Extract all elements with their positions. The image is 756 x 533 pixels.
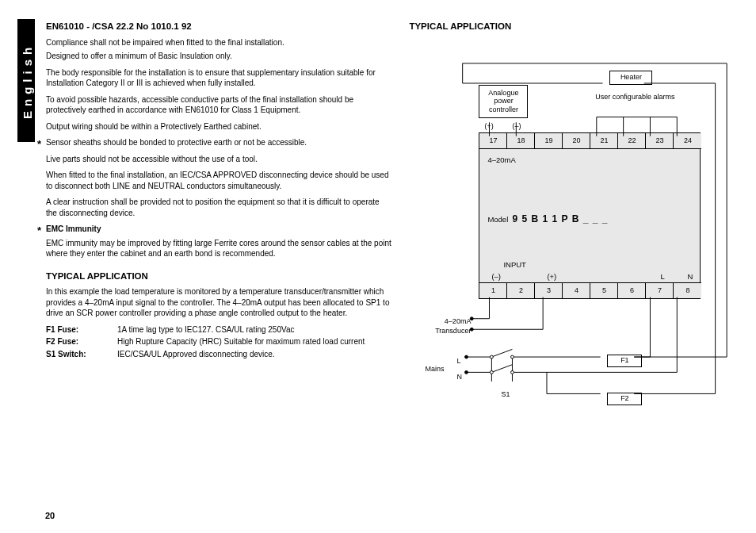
para: EMC immunity may be improved by fitting … <box>46 238 391 259</box>
mains-label: Mains <box>425 364 444 374</box>
term: 19 <box>535 133 563 149</box>
plus-label: (+) <box>484 121 493 131</box>
term: 4 <box>563 282 590 298</box>
s1-key: S1 Switch: <box>46 349 117 360</box>
f2-val: High Rupture Capacity (HRC) Suitable for… <box>117 336 391 347</box>
para: To avoid possible hazards, accessible co… <box>46 94 391 116</box>
left-column: EN61010 - /CSA 22.2 No 1010.1 92 Complia… <box>46 19 391 519</box>
heater-box: Heater <box>609 71 652 85</box>
controller-body: 17 18 19 20 21 22 23 24 4–20mA Model 9 5… <box>479 132 701 299</box>
para: Designed to offer a minimum of Basic Ins… <box>46 51 391 62</box>
top-terminals: 17 18 19 20 21 22 23 24 <box>479 133 701 149</box>
emc-heading: EMC Immunity <box>46 224 391 235</box>
right-column: TYPICAL APPLICATION Heater Analogue powe… <box>409 19 739 519</box>
bottom-terminals: 1 2 3 4 5 6 7 8 <box>479 282 701 298</box>
heading-en61010: EN61010 - /CSA 22.2 No 1010.1 92 <box>46 21 391 33</box>
out-420ma: 4–20mA <box>487 155 515 166</box>
term: 21 <box>590 133 618 149</box>
s1-val: IEC/CSA/UL Approved disconnecting device… <box>117 349 391 360</box>
svg-point-2 <box>465 355 468 359</box>
alarms-label: User configurable alarms <box>591 93 678 101</box>
para: Compliance shall not be impaired when fi… <box>46 37 391 48</box>
term: 23 <box>646 133 674 149</box>
mains-N: N <box>456 372 462 382</box>
plus-label-bot: (+) <box>547 272 556 282</box>
svg-point-3 <box>465 370 468 374</box>
term: 17 <box>479 133 507 149</box>
heading-typical-app-left: TYPICAL APPLICATION <box>46 270 391 283</box>
para: In this example the load temperature is … <box>46 286 391 319</box>
svg-point-7 <box>511 370 514 374</box>
term: 3 <box>535 282 563 298</box>
transducer-label-1: 4–20mA <box>423 316 471 326</box>
f2-box: F2 <box>607 393 642 405</box>
fuse-table: F1 Fuse: 1A time lag type to IEC127. CSA… <box>46 324 391 360</box>
f1-key: F1 Fuse: <box>46 324 117 336</box>
term: 5 <box>590 282 618 298</box>
input-label: INPUT <box>503 260 526 270</box>
svg-point-6 <box>491 370 494 374</box>
L-label: L <box>660 272 664 282</box>
minus-label-bot: (–) <box>491 272 501 282</box>
para: A clear instruction shall be provided no… <box>46 197 391 218</box>
term: 20 <box>563 133 590 149</box>
term: 24 <box>674 133 701 149</box>
para-starred: Sensor sheaths should be bonded to prote… <box>46 137 391 148</box>
term: 7 <box>646 282 674 298</box>
f1-val: 1A time lag type to IEC127. CSA/UL ratin… <box>117 324 391 336</box>
language-tab: English <box>17 19 35 142</box>
minus-label: (–) <box>512 121 521 131</box>
page-number: 20 <box>45 510 55 522</box>
f2-key: F2 Fuse: <box>46 336 117 347</box>
heading-typical-app-right: TYPICAL APPLICATION <box>409 21 739 33</box>
svg-point-4 <box>491 355 494 359</box>
term: 18 <box>507 133 535 149</box>
svg-point-5 <box>511 355 514 359</box>
f1-box: F1 <box>607 355 642 367</box>
mains-L: L <box>456 356 460 366</box>
term: 6 <box>618 282 646 298</box>
term: 1 <box>479 282 507 298</box>
term: 8 <box>674 282 701 298</box>
para: When fitted to the final installation, a… <box>46 170 391 191</box>
model-label: Model 9 5 B 1 1 P B _ _ _ <box>487 213 608 225</box>
wiring-diagram: Heater Analogue power controller User co… <box>409 37 739 450</box>
para: Output wiring should be within a Protect… <box>46 121 391 132</box>
para: The body responsible for the installatio… <box>46 67 391 89</box>
s1-label: S1 <box>501 389 510 399</box>
analogue-controller-box: Analogue power controller <box>479 85 528 118</box>
para: Live parts should not be accessible with… <box>46 154 391 165</box>
N-label: N <box>687 272 693 282</box>
transducer-label-2: Transducer <box>423 326 471 336</box>
term: 22 <box>618 133 646 149</box>
term: 2 <box>507 282 535 298</box>
